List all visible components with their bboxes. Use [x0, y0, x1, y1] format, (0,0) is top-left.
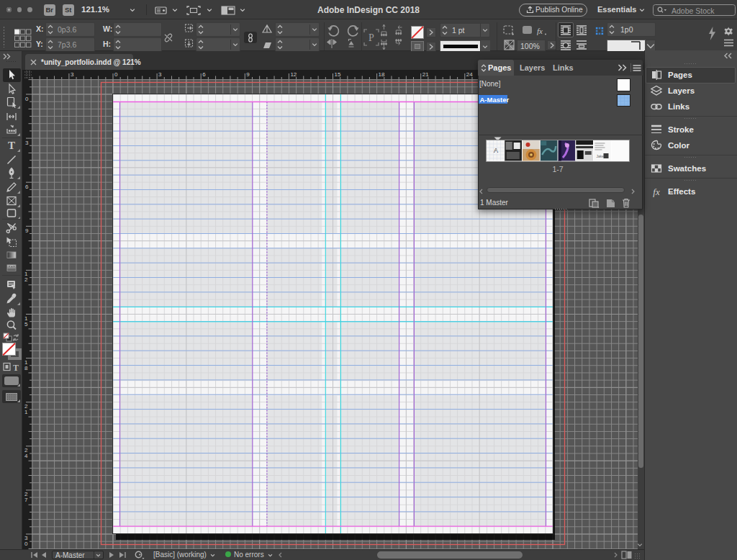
svg-text:7: 7 [24, 497, 28, 503]
svg-text:6: 6 [202, 71, 206, 78]
svg-text:9: 9 [246, 71, 250, 78]
svg-text:5: 5 [24, 321, 28, 328]
svg-text:P: P [368, 32, 374, 43]
svg-text:T: T [8, 140, 15, 151]
svg-text:0: 0 [24, 541, 28, 547]
svg-text:A: A [494, 147, 498, 154]
svg-text:0: 0 [114, 71, 118, 78]
svg-text:T: T [13, 363, 19, 372]
svg-text:12: 12 [290, 71, 297, 78]
svg-text:1: 1 [24, 409, 28, 415]
svg-text:fx: fx [537, 27, 543, 35]
svg-text:3: 3 [158, 71, 162, 78]
svg-text:0: 0 [25, 96, 29, 102]
svg-text:fx: fx [653, 186, 660, 197]
svg-text:21: 21 [422, 71, 429, 78]
svg-text:3: 3 [25, 140, 29, 146]
svg-text:4: 4 [24, 453, 28, 459]
svg-text:24: 24 [466, 71, 473, 78]
svg-text:18: 18 [379, 71, 385, 78]
svg-text:3: 3 [71, 71, 74, 78]
svg-text:2: 2 [24, 276, 28, 283]
svg-text:6: 6 [25, 184, 29, 190]
svg-text:Jake: Jake [597, 154, 605, 158]
svg-text:15: 15 [335, 71, 341, 78]
svg-text:8: 8 [24, 365, 28, 371]
svg-text:9: 9 [25, 227, 29, 234]
